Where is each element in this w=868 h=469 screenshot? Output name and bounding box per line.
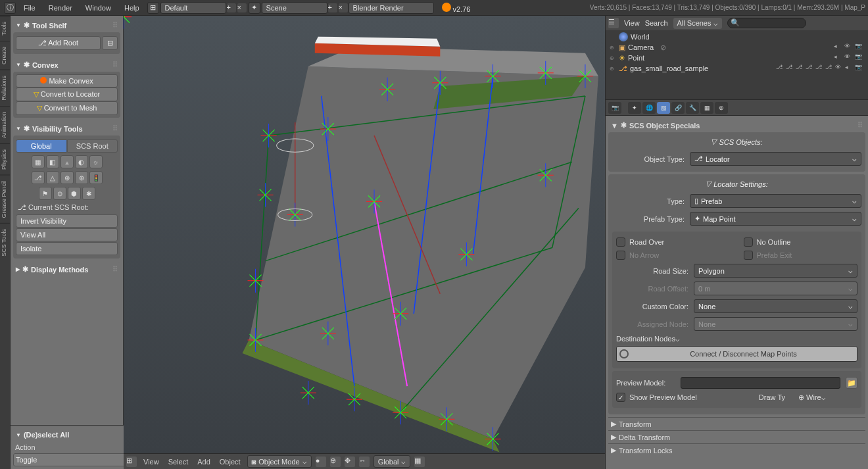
vis-icon-10[interactable]: 🚦	[89, 171, 103, 184]
vtab-grease-pencil[interactable]: Grease Pencil	[0, 175, 10, 224]
vis-icon-4[interactable]: ◐	[75, 155, 88, 168]
vtab-physics[interactable]: Physics	[0, 143, 10, 175]
ptab-scene[interactable]: ✦	[628, 102, 641, 114]
convert-to-mesh-button[interactable]: ▽ Convert to Mesh	[16, 101, 118, 115]
road-size-dropdown[interactable]: Polygon⌵	[694, 264, 857, 278]
tree-world[interactable]: World	[608, 32, 865, 42]
ptab-data[interactable]: ▦	[700, 102, 713, 114]
view-all-button[interactable]: View All	[16, 228, 118, 241]
tree-gas-sample[interactable]: ⊕⎇gas_small_road_sample⎇⎇⎇⎇⎇⎇👁◂📷	[608, 63, 865, 74]
restrict-render-icon[interactable]: 📷	[855, 64, 864, 73]
preview-model-input[interactable]	[681, 377, 840, 389]
vis-icon-7[interactable]: △	[46, 171, 59, 184]
ptab-object[interactable]: ▧	[657, 102, 670, 114]
vtab-tools[interactable]: Tools	[0, 16, 10, 41]
layout-dropdown[interactable]: Default	[160, 2, 226, 14]
shading-icon[interactable]: ●	[316, 457, 326, 467]
info-icon[interactable]: ⓘ	[4, 2, 16, 14]
restrict-view-icon[interactable]: 👁	[835, 64, 844, 73]
vtab-create[interactable]: Create	[0, 41, 10, 70]
vf-object[interactable]: Object	[217, 458, 243, 466]
mode-dropdown[interactable]: ◙ Object Mode ⌵	[247, 455, 312, 468]
vis-icon-5[interactable]: ☼	[89, 155, 103, 168]
vtab-scs-tools[interactable]: SCS Tools	[0, 223, 10, 262]
vis-icon-8[interactable]: ⊛	[60, 171, 74, 184]
outliner-type-icon[interactable]: ☰	[608, 18, 619, 28]
preview-model-browse-button[interactable]: 📁	[846, 377, 857, 389]
show-preview-checkbox[interactable]: Show Preview Model	[616, 393, 746, 402]
layout-icon[interactable]: ⊞	[147, 2, 159, 14]
restrict-select-icon[interactable]: ◂	[834, 43, 843, 52]
vtab-relations[interactable]: Relations	[0, 70, 10, 106]
layout-add[interactable]: +	[227, 3, 236, 12]
menu-file[interactable]: File	[17, 4, 42, 12]
manip-t-icon[interactable]: ↔	[359, 457, 370, 467]
add-root-button[interactable]: ⎇ Add Root	[16, 36, 101, 50]
menu-render[interactable]: Render	[42, 4, 79, 12]
orientation-dropdown[interactable]: Global ⌵	[374, 455, 411, 468]
add-root-icon-button[interactable]: ⊟	[102, 36, 118, 50]
make-convex-button[interactable]: Make Convex	[16, 74, 118, 87]
ptab-modifiers[interactable]: 🔧	[686, 102, 699, 114]
visibility-header[interactable]: ▼✱ Visibility Tools⠿	[13, 122, 120, 136]
vf-select[interactable]: Select	[166, 458, 191, 466]
scene-icon[interactable]: ✦	[249, 2, 260, 14]
object-type-dropdown[interactable]: ⎇ Locator⌵	[690, 152, 861, 166]
outliner-search-input[interactable]: 🔍	[727, 18, 806, 28]
menu-window[interactable]: Window	[79, 4, 118, 12]
layers-icon[interactable]: ▦	[414, 457, 425, 467]
isolate-button[interactable]: Isolate	[16, 242, 118, 255]
no-outline-checkbox[interactable]: No Outline	[744, 237, 858, 247]
vf-view[interactable]: View	[141, 458, 162, 466]
manip-icon[interactable]: ✥	[345, 457, 355, 467]
render-engine-dropdown[interactable]: Blender Render	[349, 2, 434, 14]
transform-section[interactable]: ▶Transform	[608, 417, 865, 430]
restrict-view-icon[interactable]: 👁	[844, 43, 854, 52]
vis-icon-6[interactable]: ⎇	[32, 171, 45, 184]
invert-visibility-button[interactable]: Invert Visibility	[16, 214, 118, 228]
vis-icon-3[interactable]: ⟁	[60, 155, 74, 168]
pivot-icon[interactable]: ⊕	[330, 457, 341, 467]
ptab-constraints[interactable]: 🔗	[671, 102, 685, 114]
convert-to-locator-button[interactable]: ▽ Convert to Locator	[16, 87, 118, 101]
toggle-action-dropdown[interactable]: Toggle ⌵	[13, 453, 132, 466]
convex-header[interactable]: ▼✱ Convex⠿	[13, 58, 120, 72]
restrict-view-icon[interactable]: 👁	[844, 53, 854, 62]
ptab-physics[interactable]: ⊚	[715, 102, 728, 114]
3d-viewport[interactable]	[124, 16, 605, 453]
scene-del[interactable]: ×	[339, 3, 348, 12]
road-over-checkbox[interactable]: Road Over	[616, 237, 731, 247]
vf-add[interactable]: Add	[195, 458, 213, 466]
restrict-render-icon[interactable]: 📷	[855, 53, 864, 62]
scene-dropdown[interactable]: Scene	[262, 2, 327, 14]
restrict-select-icon[interactable]: ◂	[845, 64, 854, 73]
restrict-select-icon[interactable]: ◂	[834, 53, 843, 62]
draw-type-dropdown[interactable]: ⊕ Wire⌵	[798, 393, 857, 402]
custom-color-dropdown[interactable]: None⌵	[694, 299, 857, 313]
scene-add[interactable]: +	[328, 3, 337, 12]
locator-settings-subheader[interactable]: ▽Locator Settings:	[612, 178, 861, 189]
vis-icon-13[interactable]: ⬢	[68, 187, 81, 200]
vis-global-toggle[interactable]: Global	[16, 139, 67, 153]
outliner-view[interactable]: View	[624, 19, 640, 27]
tree-point[interactable]: ⊕☀Point◂👁📷	[608, 53, 865, 63]
delta-transform-section[interactable]: ▶Delta Transform	[608, 430, 865, 443]
restrict-render-icon[interactable]: 📷	[855, 43, 864, 52]
ptab-render[interactable]: 📷	[608, 102, 621, 114]
menu-help[interactable]: Help	[118, 4, 146, 12]
connect-map-points-button[interactable]: Connect / Disconnect Map Points	[616, 346, 857, 362]
vis-scsroot-toggle[interactable]: SCS Root	[67, 139, 118, 153]
tool-shelf-header[interactable]: ▼✱ Tool Shelf⠿	[13, 18, 120, 32]
transform-locks-section[interactable]: ▶Transform Locks	[608, 443, 865, 457]
vis-icon-9[interactable]: ⊕	[75, 171, 88, 184]
scs-objects-subheader[interactable]: ▽SCS Objects:	[612, 136, 861, 147]
outliner-scope-dropdown[interactable]: All Scenes ⌵	[673, 18, 722, 29]
vis-icon-1[interactable]: ▦	[32, 155, 45, 168]
deselect-header[interactable]: ▼(De)select All	[13, 428, 132, 441]
ptab-world[interactable]: 🌐	[642, 102, 656, 114]
vis-icon-2[interactable]: ◧	[46, 155, 59, 168]
tree-camera[interactable]: ⊕▣Camera⊘◂👁📷	[608, 42, 865, 53]
display-methods-header[interactable]: ▶✱ Display Methods⠿	[13, 262, 120, 276]
prefab-type-dropdown[interactable]: ✦ Map Point⌵	[690, 212, 861, 226]
vis-icon-14[interactable]: ✱	[82, 187, 95, 200]
